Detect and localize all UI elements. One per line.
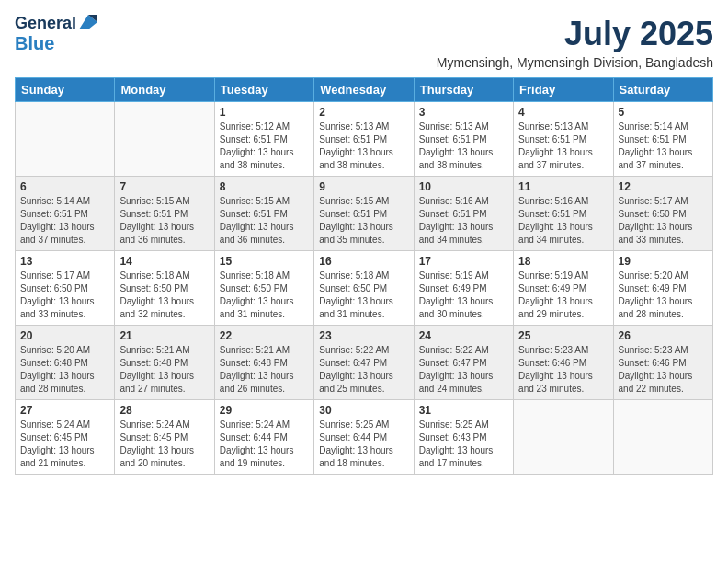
calendar-cell: 29Sunrise: 5:24 AMSunset: 6:44 PMDayligh… bbox=[214, 400, 313, 475]
day-number: 18 bbox=[518, 255, 608, 268]
calendar-cell: 9Sunrise: 5:15 AMSunset: 6:51 PMDaylight… bbox=[314, 177, 414, 251]
day-number: 13 bbox=[20, 255, 109, 268]
calendar-cell: 2Sunrise: 5:13 AMSunset: 6:51 PMDaylight… bbox=[314, 102, 414, 177]
day-number: 27 bbox=[20, 404, 109, 417]
day-number: 2 bbox=[319, 106, 408, 119]
calendar-cell: 11Sunrise: 5:16 AMSunset: 6:51 PMDayligh… bbox=[514, 177, 613, 251]
day-number: 4 bbox=[518, 106, 608, 119]
day-number: 5 bbox=[619, 106, 708, 119]
day-number: 9 bbox=[319, 180, 408, 193]
calendar-cell: 13Sunrise: 5:17 AMSunset: 6:50 PMDayligh… bbox=[16, 251, 115, 326]
weekday-header-monday: Monday bbox=[115, 78, 214, 102]
day-number: 23 bbox=[319, 329, 408, 342]
day-info: Sunrise: 5:19 AMSunset: 6:49 PMDaylight:… bbox=[419, 270, 508, 321]
day-info: Sunrise: 5:19 AMSunset: 6:49 PMDaylight:… bbox=[518, 270, 608, 321]
day-number: 19 bbox=[619, 255, 708, 268]
weekday-header-saturday: Saturday bbox=[613, 78, 712, 102]
day-info: Sunrise: 5:13 AMSunset: 6:51 PMDaylight:… bbox=[419, 121, 508, 172]
calendar-cell: 15Sunrise: 5:18 AMSunset: 6:50 PMDayligh… bbox=[214, 251, 313, 326]
calendar-header-row: SundayMondayTuesdayWednesdayThursdayFrid… bbox=[16, 78, 713, 102]
calendar-cell: 19Sunrise: 5:20 AMSunset: 6:49 PMDayligh… bbox=[613, 251, 712, 326]
calendar-cell: 10Sunrise: 5:16 AMSunset: 6:51 PMDayligh… bbox=[414, 177, 513, 251]
weekday-header-sunday: Sunday bbox=[16, 78, 115, 102]
day-info: Sunrise: 5:24 AMSunset: 6:44 PMDaylight:… bbox=[220, 419, 309, 470]
day-info: Sunrise: 5:18 AMSunset: 6:50 PMDaylight:… bbox=[319, 270, 408, 321]
calendar-week-2: 6Sunrise: 5:14 AMSunset: 6:51 PMDaylight… bbox=[16, 177, 713, 251]
day-info: Sunrise: 5:22 AMSunset: 6:47 PMDaylight:… bbox=[319, 344, 408, 396]
day-number: 26 bbox=[619, 329, 708, 342]
location-subtitle: Mymensingh, Mymensingh Division, Banglad… bbox=[437, 55, 713, 70]
calendar-cell: 23Sunrise: 5:22 AMSunset: 6:47 PMDayligh… bbox=[314, 326, 414, 400]
calendar-cell: 27Sunrise: 5:24 AMSunset: 6:45 PMDayligh… bbox=[16, 400, 115, 475]
day-number: 6 bbox=[20, 180, 109, 193]
calendar-cell: 8Sunrise: 5:15 AMSunset: 6:51 PMDaylight… bbox=[214, 177, 313, 251]
day-info: Sunrise: 5:18 AMSunset: 6:50 PMDaylight:… bbox=[220, 270, 309, 321]
calendar-cell bbox=[613, 400, 712, 475]
calendar-cell: 3Sunrise: 5:13 AMSunset: 6:51 PMDaylight… bbox=[414, 102, 513, 177]
weekday-header-thursday: Thursday bbox=[414, 78, 513, 102]
logo-icon bbox=[79, 15, 97, 29]
calendar-cell: 12Sunrise: 5:17 AMSunset: 6:50 PMDayligh… bbox=[613, 177, 712, 251]
day-number: 12 bbox=[619, 180, 708, 193]
day-number: 10 bbox=[419, 180, 508, 193]
weekday-header-wednesday: Wednesday bbox=[314, 78, 414, 102]
day-number: 25 bbox=[518, 329, 608, 342]
calendar-cell: 17Sunrise: 5:19 AMSunset: 6:49 PMDayligh… bbox=[414, 251, 513, 326]
day-number: 3 bbox=[419, 106, 508, 119]
day-info: Sunrise: 5:24 AMSunset: 6:45 PMDaylight:… bbox=[119, 419, 209, 470]
day-info: Sunrise: 5:20 AMSunset: 6:49 PMDaylight:… bbox=[619, 270, 708, 321]
calendar-cell bbox=[115, 102, 214, 177]
day-info: Sunrise: 5:15 AMSunset: 6:51 PMDaylight:… bbox=[119, 195, 209, 247]
day-info: Sunrise: 5:16 AMSunset: 6:51 PMDaylight:… bbox=[518, 195, 608, 247]
calendar-cell bbox=[16, 102, 115, 177]
day-info: Sunrise: 5:14 AMSunset: 6:51 PMDaylight:… bbox=[20, 195, 109, 247]
calendar-week-1: 1Sunrise: 5:12 AMSunset: 6:51 PMDaylight… bbox=[16, 102, 713, 177]
day-info: Sunrise: 5:13 AMSunset: 6:51 PMDaylight:… bbox=[518, 121, 608, 172]
day-info: Sunrise: 5:15 AMSunset: 6:51 PMDaylight:… bbox=[220, 195, 309, 247]
calendar-cell: 18Sunrise: 5:19 AMSunset: 6:49 PMDayligh… bbox=[514, 251, 613, 326]
day-number: 30 bbox=[319, 404, 408, 417]
day-info: Sunrise: 5:18 AMSunset: 6:50 PMDaylight:… bbox=[119, 270, 209, 321]
day-number: 1 bbox=[220, 106, 309, 119]
logo-blue: Blue bbox=[15, 33, 54, 53]
day-info: Sunrise: 5:25 AMSunset: 6:44 PMDaylight:… bbox=[319, 419, 408, 470]
calendar-week-4: 20Sunrise: 5:20 AMSunset: 6:48 PMDayligh… bbox=[16, 326, 713, 400]
day-number: 20 bbox=[20, 329, 109, 342]
calendar-table: SundayMondayTuesdayWednesdayThursdayFrid… bbox=[15, 77, 713, 475]
calendar-week-5: 27Sunrise: 5:24 AMSunset: 6:45 PMDayligh… bbox=[16, 400, 713, 475]
calendar-cell: 5Sunrise: 5:14 AMSunset: 6:51 PMDaylight… bbox=[613, 102, 712, 177]
logo-general: General bbox=[15, 15, 76, 33]
calendar-cell: 1Sunrise: 5:12 AMSunset: 6:51 PMDaylight… bbox=[214, 102, 313, 177]
calendar-cell: 16Sunrise: 5:18 AMSunset: 6:50 PMDayligh… bbox=[314, 251, 414, 326]
weekday-header-tuesday: Tuesday bbox=[214, 78, 313, 102]
day-info: Sunrise: 5:23 AMSunset: 6:46 PMDaylight:… bbox=[518, 344, 608, 396]
calendar-cell: 25Sunrise: 5:23 AMSunset: 6:46 PMDayligh… bbox=[514, 326, 613, 400]
day-number: 21 bbox=[119, 329, 209, 342]
calendar-cell: 28Sunrise: 5:24 AMSunset: 6:45 PMDayligh… bbox=[115, 400, 214, 475]
calendar-cell: 31Sunrise: 5:25 AMSunset: 6:43 PMDayligh… bbox=[414, 400, 513, 475]
day-info: Sunrise: 5:21 AMSunset: 6:48 PMDaylight:… bbox=[119, 344, 209, 396]
day-number: 24 bbox=[419, 329, 508, 342]
month-year-title: July 2025 bbox=[437, 15, 713, 53]
calendar-cell: 20Sunrise: 5:20 AMSunset: 6:48 PMDayligh… bbox=[16, 326, 115, 400]
day-number: 28 bbox=[119, 404, 209, 417]
day-info: Sunrise: 5:16 AMSunset: 6:51 PMDaylight:… bbox=[419, 195, 508, 247]
logo: General Blue bbox=[15, 15, 97, 53]
day-number: 8 bbox=[220, 180, 309, 193]
day-number: 17 bbox=[419, 255, 508, 268]
day-number: 22 bbox=[220, 329, 309, 342]
day-number: 29 bbox=[220, 404, 309, 417]
calendar-cell: 30Sunrise: 5:25 AMSunset: 6:44 PMDayligh… bbox=[314, 400, 414, 475]
day-info: Sunrise: 5:17 AMSunset: 6:50 PMDaylight:… bbox=[619, 195, 708, 247]
calendar-cell: 7Sunrise: 5:15 AMSunset: 6:51 PMDaylight… bbox=[115, 177, 214, 251]
calendar-cell: 21Sunrise: 5:21 AMSunset: 6:48 PMDayligh… bbox=[115, 326, 214, 400]
day-info: Sunrise: 5:25 AMSunset: 6:43 PMDaylight:… bbox=[419, 419, 508, 470]
day-info: Sunrise: 5:22 AMSunset: 6:47 PMDaylight:… bbox=[419, 344, 508, 396]
day-info: Sunrise: 5:23 AMSunset: 6:46 PMDaylight:… bbox=[619, 344, 708, 396]
day-number: 7 bbox=[119, 180, 209, 193]
day-info: Sunrise: 5:20 AMSunset: 6:48 PMDaylight:… bbox=[20, 344, 109, 396]
calendar-cell: 22Sunrise: 5:21 AMSunset: 6:48 PMDayligh… bbox=[214, 326, 313, 400]
day-info: Sunrise: 5:13 AMSunset: 6:51 PMDaylight:… bbox=[319, 121, 408, 172]
day-info: Sunrise: 5:17 AMSunset: 6:50 PMDaylight:… bbox=[20, 270, 109, 321]
day-info: Sunrise: 5:12 AMSunset: 6:51 PMDaylight:… bbox=[220, 121, 309, 172]
